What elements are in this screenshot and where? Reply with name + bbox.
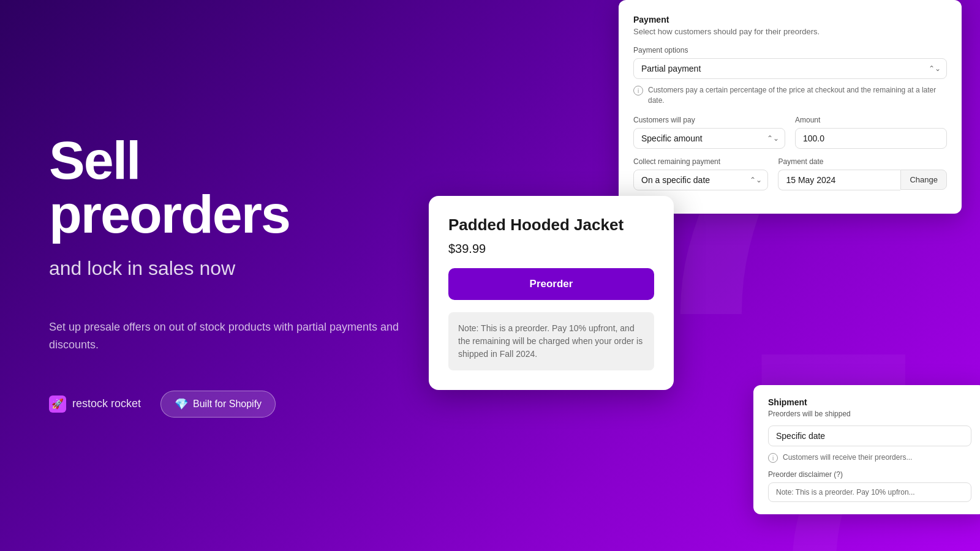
collect-remaining-select-wrapper: On a specific date When shipped ⌃⌄ [633,170,768,190]
shipment-title: Shipment [768,397,971,407]
left-panel: Sell preorders and lock in sales now Set… [49,0,404,551]
payment-middle-row: Customers will pay Specific amount Perce… [633,116,947,149]
hero-title: Sell preorders [49,133,404,241]
shipment-preorders-input[interactable] [768,425,971,446]
payment-info-row: i Customers pay a certain percentage of … [633,85,947,106]
payment-panel: Payment Select how customers should pay … [619,0,962,214]
change-date-button[interactable]: Change [900,170,947,190]
hero-subtitle: and lock in sales now [49,256,404,282]
payment-section-desc: Select how customers should pay for thei… [633,27,947,36]
disclaimer-input[interactable] [768,482,971,502]
shipment-info-row: i Customers will receive their preorders… [768,452,971,463]
brand-logo-icon: 🚀 [49,395,66,413]
collect-remaining-label: Collect remaining payment [633,157,768,166]
collect-remaining-group: Collect remaining payment On a specific … [633,157,768,190]
shopify-badge-button[interactable]: 💎 Built for Shopify [160,391,276,418]
preorder-button[interactable]: Preorder [448,268,654,300]
brand-logo-text: restock rocket [72,397,141,410]
bottom-row: 🚀 restock rocket 💎 Built for Shopify [49,391,404,418]
product-note: Note: This is a preorder. Pay 10% upfron… [448,312,654,370]
shipment-preorders-label: Preorders will be shipped [768,410,971,418]
payment-date-row: Change [778,170,947,190]
payment-date-label: Payment date [778,157,947,166]
amount-group: Amount [795,116,947,149]
payment-options-select[interactable]: Partial payment Full payment No payment [633,58,947,79]
gem-icon: 💎 [175,397,188,411]
info-icon: i [633,86,643,96]
shopify-badge-label: Built for Shopify [193,399,262,410]
collect-remaining-select[interactable]: On a specific date When shipped [633,170,768,190]
payment-bottom-row: Collect remaining payment On a specific … [633,157,947,190]
product-title: Padded Hooded Jacket [448,216,654,234]
payment-date-input[interactable] [778,170,900,190]
shipment-panel: Shipment Preorders will be shipped i Cus… [753,385,980,514]
right-area: Payment Select how customers should pay … [429,0,980,551]
customers-will-pay-group: Customers will pay Specific amount Perce… [633,116,785,149]
shipment-info-text: Customers will receive their preorders..… [783,452,912,463]
payment-section-title: Payment [633,15,947,24]
customers-will-pay-select[interactable]: Specific amount Percentage [633,128,785,149]
hero-description: Set up presale offers on out of stock pr… [49,318,404,354]
customers-will-pay-label: Customers will pay [633,116,785,124]
disclaimer-label: Preorder disclaimer (?) [768,470,971,479]
amount-input[interactable] [795,128,947,149]
payment-options-label: Payment options [633,46,947,54]
customers-will-pay-select-wrapper: Specific amount Percentage ⌃⌄ [633,128,785,149]
product-card: Padded Hooded Jacket $39.99 Preorder Not… [429,196,674,390]
payment-date-group: Payment date Change [778,157,947,190]
brand-logo: 🚀 restock rocket [49,395,141,413]
shipment-info-icon: i [768,453,778,463]
amount-label: Amount [795,116,947,124]
payment-info-text: Customers pay a certain percentage of th… [648,85,947,106]
payment-options-select-wrapper: Partial payment Full payment No payment … [633,58,947,79]
product-price: $39.99 [448,242,654,256]
